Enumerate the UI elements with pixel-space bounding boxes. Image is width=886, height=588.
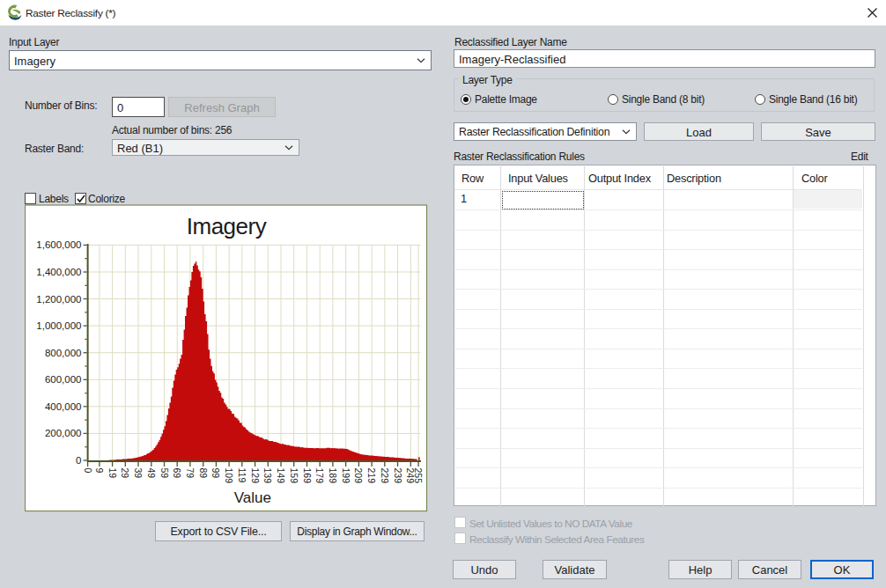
svg-text:119: 119 [237,468,247,483]
svg-text:1,200,000: 1,200,000 [36,294,81,305]
svg-text:200,000: 200,000 [45,428,82,438]
svg-text:0: 0 [76,455,81,466]
svg-text:239: 239 [393,468,403,484]
svg-text:69: 69 [172,468,182,479]
svg-text:Value: Value [234,489,271,506]
svg-text:79: 79 [185,468,196,479]
svg-text:129: 129 [250,468,261,484]
svg-text:1,000,000: 1,000,000 [36,320,81,331]
svg-text:600,000: 600,000 [45,374,82,385]
svg-text:159: 159 [289,468,299,484]
svg-text:179: 179 [314,468,325,484]
svg-text:59: 59 [159,468,170,479]
svg-text:229: 229 [380,468,390,484]
svg-text:49: 49 [146,468,157,479]
svg-text:800,000: 800,000 [45,348,82,358]
svg-text:1,600,000: 1,600,000 [36,239,81,250]
svg-text:139: 139 [262,468,273,484]
svg-text:1,400,000: 1,400,000 [36,267,81,277]
svg-text:209: 209 [353,468,364,484]
svg-text:199: 199 [341,468,351,484]
svg-text:400,000: 400,000 [45,401,82,412]
svg-text:189: 189 [328,468,338,484]
svg-text:99: 99 [210,468,221,479]
svg-text:0: 0 [83,468,93,474]
svg-text:Imagery: Imagery [187,213,267,239]
svg-text:109: 109 [224,468,234,484]
svg-text:9: 9 [94,468,105,474]
svg-text:29: 29 [120,468,130,479]
svg-text:219: 219 [366,468,377,484]
svg-text:19: 19 [107,468,118,479]
svg-text:169: 169 [302,468,313,484]
svg-text:255: 255 [413,468,424,484]
svg-text:149: 149 [276,468,286,484]
svg-text:39: 39 [133,468,144,479]
svg-text:89: 89 [198,468,209,479]
